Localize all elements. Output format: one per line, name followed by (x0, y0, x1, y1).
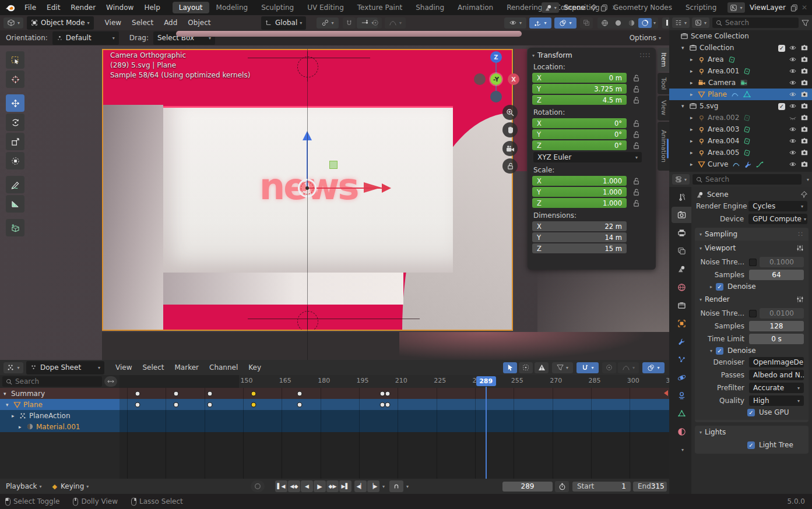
outliner-row-5-svg[interactable]: ▾5.svg✓ (669, 100, 812, 112)
new-scene-icon[interactable] (600, 4, 608, 12)
eye-icon[interactable] (789, 44, 797, 51)
keyframe-object-199[interactable] (251, 402, 256, 407)
outliner-item-label[interactable]: Area.004 (708, 137, 739, 145)
lock-open-icon[interactable] (632, 142, 640, 150)
properties-tab-constraints[interactable] (672, 387, 691, 404)
editor-type-3dview-icon[interactable]: ▾ (3, 17, 23, 29)
editor-type-dopesheet-icon[interactable]: ▾ (3, 362, 23, 373)
keyframe-object-217[interactable] (297, 402, 303, 407)
stopwatch-icon[interactable] (555, 481, 569, 492)
properties-options-icon[interactable]: ▾ (807, 177, 809, 182)
tp-scale-x-field[interactable]: X1.000 (532, 176, 627, 186)
area-light-bottom-line[interactable] (248, 319, 420, 319)
gizmo-x-arrowhead[interactable] (382, 183, 391, 193)
gizmo-plane-handle[interactable] (329, 161, 338, 169)
camera-icon[interactable] (800, 137, 809, 144)
menu-file[interactable]: File (19, 3, 41, 12)
pin-icon[interactable] (590, 4, 597, 11)
timeline-area[interactable]: 1501651801952102252402552702853003153303… (119, 375, 669, 479)
properties-tab-data[interactable] (672, 405, 691, 422)
properties-tab-collection[interactable] (672, 297, 691, 313)
outliner-row-area-004[interactable]: ▸Area.004 (669, 135, 812, 147)
workspace-tab-texture-paint[interactable]: Texture Paint (351, 2, 409, 13)
chevron-open-icon[interactable]: ▾ (6, 402, 13, 408)
gizmos-toggle-icon[interactable]: ▾ (529, 17, 551, 29)
viewport-menu-object[interactable]: Object (182, 19, 216, 27)
tool-add-primitive-button[interactable] (6, 219, 24, 236)
chevron-closed-icon[interactable]: ▸ (690, 150, 698, 155)
chevron-closed-icon[interactable]: ▸ (690, 138, 698, 144)
outliner-row-camera[interactable]: ▸Camera (669, 77, 812, 89)
lock-open-icon[interactable] (632, 177, 640, 185)
channel-label[interactable]: Summary (11, 390, 45, 398)
frame-end-field[interactable]: End315 (633, 482, 667, 492)
properties-tab-physics[interactable] (672, 369, 691, 386)
properties-tab-object[interactable] (672, 315, 691, 331)
editor-type-properties-icon[interactable]: ▾ (672, 174, 690, 185)
tool-transform-button[interactable] (6, 152, 24, 169)
tp-rotation-z-field[interactable]: Z0° (532, 140, 627, 150)
pin-id-icon[interactable] (800, 191, 807, 198)
step-forward-icon[interactable]: ▕▶ (367, 480, 379, 492)
outliner-display-mode-icon[interactable]: ▾ (672, 17, 690, 28)
chevron-open-icon[interactable]: ▾ (681, 103, 689, 109)
next-keyframe-icon[interactable]: ◆▶ (326, 480, 339, 492)
prefilter-dropdown[interactable]: Accurate▾ (749, 383, 804, 393)
playhead-frame-badge[interactable]: 289 (476, 376, 496, 386)
rn-noise-threshold-checkbox[interactable] (749, 310, 757, 317)
outliner-row-area-001[interactable]: ▸Area.001 (669, 65, 812, 77)
outliner-item-label[interactable]: Area.001 (708, 67, 739, 75)
channel-material-001[interactable]: ▸Material.001 (0, 421, 119, 432)
shading-wireframe-icon[interactable] (598, 18, 611, 28)
viewlayer-icon[interactable]: ▾ (727, 2, 745, 13)
dopesheet-mode-dropdown[interactable]: Dope Sheet▾ (26, 361, 104, 374)
denoiser-dropdown[interactable]: OpenImageDe...▾ (749, 357, 804, 367)
outliner-row-scene-collection[interactable]: Scene Collection (669, 30, 812, 42)
camera-icon[interactable] (800, 161, 809, 168)
keyframe-summary-217[interactable] (297, 391, 303, 396)
filter-icon[interactable]: ▾ (552, 362, 573, 373)
falloff-icon[interactable]: ▾ (385, 17, 406, 29)
eye-icon[interactable] (789, 126, 797, 133)
sidebar-tab-view[interactable]: View (658, 96, 669, 120)
properties-tab-render[interactable] (672, 207, 691, 223)
playhead-snap-icon[interactable] (389, 480, 403, 492)
dopesheet-menu-view[interactable]: View (110, 363, 137, 372)
outliner-item-label[interactable]: Area.003 (708, 125, 739, 133)
magnet-icon[interactable] (343, 17, 356, 29)
viewport-canvas[interactable]: news Camera Orthographic (289) 5.svg | P… (0, 45, 669, 360)
tp-dimensions-y-field[interactable]: Y14 m (532, 232, 627, 242)
outliner-row-curve[interactable]: ▸Curve (669, 158, 812, 170)
orientation-dropdown[interactable]: Default▾ (52, 31, 119, 45)
eye-icon[interactable] (789, 68, 797, 75)
tp-dimensions-x-field[interactable]: X22 m (532, 221, 627, 231)
playhead-line[interactable] (486, 387, 487, 479)
outliner-row-area-003[interactable]: ▸Area.003 (669, 123, 812, 135)
nav-axis-x[interactable]: X (508, 73, 519, 85)
dopesheet-menu-key[interactable]: Key (243, 363, 266, 372)
menu-help[interactable]: Help (139, 3, 165, 12)
zoom-view-icon[interactable] (502, 105, 518, 120)
tp-scale-z-field[interactable]: Z1.000 (532, 198, 627, 208)
sidebar-tab-item[interactable]: Item (658, 48, 669, 72)
nav-axis-minus-y[interactable]: -Y (490, 73, 502, 85)
shading-material-icon[interactable] (625, 18, 638, 28)
anim-icon[interactable] (732, 161, 740, 168)
vp-samples-value[interactable]: 64 (749, 270, 804, 280)
mode-selector[interactable]: Object Mode▾ (27, 16, 94, 30)
properties-tab-world[interactable] (672, 279, 691, 295)
outliner-item-label[interactable]: Curve (708, 160, 728, 168)
proportional-edit-key-icon[interactable] (602, 362, 616, 373)
keyframe-summary-251[interactable] (385, 391, 390, 396)
keyframe-summary-249[interactable] (379, 391, 385, 396)
chevron-closed-icon[interactable]: ▸ (690, 126, 698, 132)
curve-data-icon[interactable] (756, 161, 764, 168)
lock-open-icon[interactable] (632, 130, 640, 139)
chevron-closed-icon[interactable]: ▸ (690, 80, 698, 86)
viewport-sampling-header[interactable]: ▾Viewport (695, 242, 809, 254)
rn-samples-value[interactable]: 128 (749, 321, 804, 331)
sidebar-tab-tool[interactable]: Tool (658, 73, 669, 94)
shading-rendered-icon[interactable] (638, 18, 652, 28)
eye-icon[interactable] (789, 79, 797, 86)
workspace-tab-sculpting[interactable]: Sculpting (255, 2, 300, 13)
